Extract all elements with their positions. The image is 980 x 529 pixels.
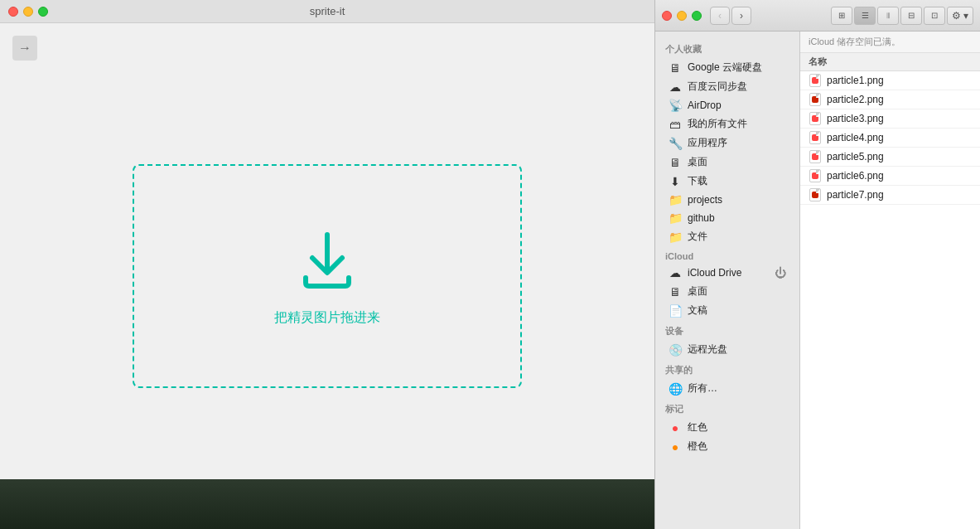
table-row[interactable]: particle4.png [800,129,980,148]
icloud-desktop-icon: 🖥 [669,285,682,298]
personal-section-header: 个人收藏 [655,38,799,58]
app-content: → 把精灵图片拖进来 [0,23,654,529]
finder-body: 个人收藏 🖥 Google 云端硬盘 ☁ 百度云同步盘 📡 AirDrop 🗃 … [655,32,980,529]
downloads-icon: ⬇ [669,175,682,188]
sidebar-item-remote-disc[interactable]: 💿 远程光盘 [659,340,796,359]
sidebar-item-airdrop[interactable]: 📡 AirDrop [659,96,796,114]
drop-text: 把精灵图片拖进来 [274,309,380,327]
status-text: iCloud 储存空间已满。 [809,36,900,46]
sidebar-item-label: 所有… [688,381,717,396]
google-drive-icon: 🖥 [669,61,682,75]
remote-disc-icon: 💿 [669,343,682,357]
tags-section-header: 标记 [655,398,799,418]
applications-icon: 🔧 [669,137,682,150]
file-name: particle5.png [827,151,884,163]
documents-icon: 📁 [669,231,682,244]
file-thumbnail [809,93,821,106]
projects-icon: 📁 [669,193,682,206]
sidebar-item-desktop[interactable]: 🖥 桌面 [659,153,796,172]
airdrop-icon: 📡 [669,99,682,112]
finder-titlebar: ‹ › ⊞ ☰ ⫴ ⊟ ⊡ ⚙ ▾ [655,0,980,32]
desktop-bg [0,479,654,529]
sidebar-item-applications[interactable]: 🔧 应用程序 [659,133,796,153]
baidu-icon: ☁ [669,80,682,94]
sidebar-item-tag-orange[interactable]: ● 橙色 [659,437,796,456]
finder-window: ‹ › ⊞ ☰ ⫴ ⊟ ⊡ ⚙ ▾ 个人收藏 🖥 Google 云端硬盘 ☁ 百… [654,0,980,529]
nav-back-button[interactable]: ‹ [710,7,730,25]
sidebar-item-label: 我的所有文件 [688,117,747,131]
file-icon [809,93,822,106]
file-name: particle1.png [827,75,884,86]
table-row[interactable]: particle2.png [800,90,980,109]
app-title: sprite-it [310,5,345,17]
table-row[interactable]: particle3.png [800,109,980,129]
app-window: sprite-it → 把精灵图片拖进来 [0,0,654,529]
icloud-spinner-icon[interactable]: ⏻ [775,266,786,279]
file-icon [809,112,822,125]
sidebar-item-label: 远程光盘 [688,342,727,357]
sidebar-item-label: iCloud Drive [688,267,741,279]
nav-forward-button[interactable]: › [731,7,751,25]
sidebar-item-icloud-documents[interactable]: 📄 文稿 [659,301,796,320]
finder-file-list: particle1.png particle2.png [800,71,980,529]
devices-section-header: 设备 [655,320,799,340]
file-name: particle4.png [827,132,884,143]
file-name: particle3.png [827,113,884,124]
file-thumbnail [809,74,821,87]
sidebar-item-all-files[interactable]: 🗃 我的所有文件 [659,114,796,133]
maximize-button[interactable] [38,7,48,17]
table-row[interactable]: particle5.png [800,148,980,167]
sidebar-item-github[interactable]: 📁 github [659,209,796,227]
finder-minimize-button[interactable] [677,11,687,21]
view-columns-btn[interactable]: ⫴ [877,7,899,25]
minimize-button[interactable] [23,7,33,17]
sidebar-item-label: github [688,212,715,224]
table-row[interactable]: particle6.png [800,167,980,186]
view-icon-btn[interactable]: ⊞ [831,7,852,25]
name-column-header: 名称 [809,56,827,68]
close-button[interactable] [8,7,18,17]
sidebar-item-label: 红色 [688,420,707,434]
traffic-lights [8,7,48,17]
sidebar-item-label: AirDrop [688,99,722,111]
drop-zone[interactable]: 把精灵图片拖进来 [133,164,522,388]
sidebar-item-label: 橙色 [688,439,707,454]
sidebar-item-all-shared[interactable]: 🌐 所有… [659,379,796,398]
view-list-btn[interactable]: ☰ [854,7,876,25]
finder-close-button[interactable] [662,11,672,21]
finder-column-header: 名称 [800,53,980,71]
view-coverflow-btn[interactable]: ⊟ [900,7,922,25]
back-arrow-icon: → [18,41,31,56]
table-row[interactable]: particle1.png [800,71,980,90]
sidebar-item-projects[interactable]: 📁 projects [659,191,796,209]
sidebar-item-documents[interactable]: 📁 文件 [659,227,796,246]
file-thumbnail [809,131,821,144]
sidebar-item-downloads[interactable]: ⬇ 下载 [659,172,796,191]
sidebar-item-label: 文件 [688,230,707,244]
file-icon [809,74,822,87]
gear-button[interactable]: ⚙ ▾ [947,7,973,25]
back-button[interactable]: → [12,36,37,61]
file-name: particle7.png [827,189,884,201]
file-icon [809,188,822,201]
finder-sidebar: 个人收藏 🖥 Google 云端硬盘 ☁ 百度云同步盘 📡 AirDrop 🗃 … [655,32,800,529]
sidebar-item-label: 下载 [688,174,707,188]
shared-icon: 🌐 [669,382,682,396]
file-thumbnail [809,169,821,182]
table-row[interactable]: particle7.png [800,186,980,205]
sidebar-item-tag-red[interactable]: ● 红色 [659,418,796,437]
view-arrange-btn[interactable]: ⊡ [924,7,945,25]
file-icon [809,131,822,144]
sidebar-item-label: 百度云同步盘 [688,80,747,94]
sidebar-item-label: projects [688,194,722,206]
tag-red-icon: ● [669,421,682,434]
sidebar-item-icloud-drive[interactable]: ☁ iCloud Drive ⏻ [659,264,796,282]
finder-maximize-button[interactable] [692,11,702,21]
sidebar-item-baidu[interactable]: ☁ 百度云同步盘 [659,77,796,96]
sidebar-item-google-drive[interactable]: 🖥 Google 云端硬盘 [659,58,796,77]
sidebar-item-label: Google 云端硬盘 [688,61,762,75]
github-icon: 📁 [669,211,682,225]
icloud-drive-icon: ☁ [669,266,682,279]
tag-orange-icon: ● [669,440,682,454]
sidebar-item-icloud-desktop[interactable]: 🖥 桌面 [659,282,796,301]
